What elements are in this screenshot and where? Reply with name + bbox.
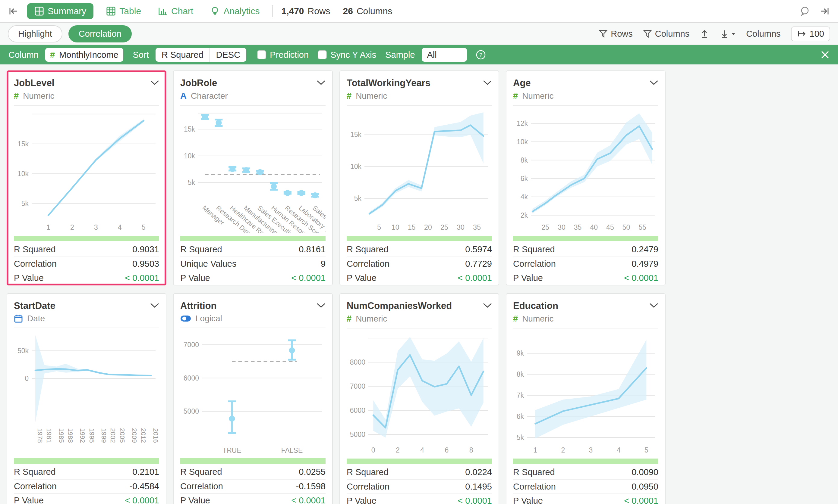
summary-toolbar: Highlight Correlation Rows Columns — [0, 23, 838, 45]
stat-row: P Value< 0.0001 — [347, 493, 492, 504]
stat-value: < 0.0001 — [624, 496, 659, 504]
card-title: Education — [513, 299, 558, 311]
stat-row: R Squared0.9031 — [14, 242, 159, 256]
stat-label: R Squared — [180, 245, 222, 254]
close-icon[interactable] — [821, 50, 830, 59]
stat-row: P Value< 0.0001 — [180, 271, 326, 285]
columns-count: 26 — [343, 6, 353, 16]
chevron-down-icon[interactable] — [649, 80, 659, 85]
svg-text:2: 2 — [396, 446, 400, 454]
card-title: Age — [513, 76, 531, 89]
sort-direction-value[interactable]: DESC — [209, 48, 246, 62]
r-squared-strip — [513, 236, 659, 241]
svg-text:7000: 7000 — [350, 382, 365, 390]
chevron-down-icon[interactable] — [150, 303, 159, 308]
svg-text:10: 10 — [392, 223, 399, 231]
stat-value: < 0.0001 — [291, 496, 326, 504]
stat-value: 0.9031 — [132, 245, 159, 254]
columns-limit-label: Columns — [746, 29, 781, 39]
svg-text:4: 4 — [420, 446, 424, 454]
stat-row: Correlation0.7729 — [347, 256, 492, 271]
stat-value: 0.9503 — [132, 259, 159, 269]
filter-rows-button[interactable]: Rows — [599, 29, 633, 39]
stats-table: R Squared0.0090Correlation0.0950P Value<… — [513, 465, 659, 504]
columns-limit-value: 100 — [810, 29, 824, 39]
stat-row: R Squared0.2101 — [14, 465, 159, 479]
highlight-button[interactable]: Highlight — [8, 25, 63, 42]
correlation-button[interactable]: Correlation — [68, 25, 132, 42]
svg-text:8: 8 — [469, 446, 473, 454]
tab-table[interactable]: Table — [102, 3, 145, 19]
tab-chart[interactable]: Chart — [154, 3, 198, 19]
comment-icon[interactable] — [800, 6, 810, 17]
correlation-chart: 9k8k7k6k5k12345 — [513, 330, 659, 456]
chevron-down-icon[interactable] — [649, 303, 659, 308]
sort-by-value[interactable]: R Squared — [156, 48, 209, 62]
divider — [272, 5, 273, 17]
correlation-control-bar: Column # MonthlyIncome Sort R Squared DE… — [0, 45, 838, 65]
svg-text:8k: 8k — [520, 156, 528, 164]
svg-text:10k: 10k — [17, 170, 29, 178]
stats-table: R Squared0.2101Correlation-0.4584P Value… — [14, 465, 159, 504]
filter-columns-button[interactable]: Columns — [643, 29, 689, 39]
svg-text:2012: 2012 — [140, 428, 147, 443]
correlation-chart: 15k10k5k12345 — [14, 107, 159, 233]
maps-to-icon — [797, 30, 806, 38]
dataset-counts: 1,470 Rows 26 Columns — [281, 6, 392, 16]
column-select[interactable]: # MonthlyIncome — [45, 48, 123, 62]
svg-text:4: 4 — [617, 446, 621, 454]
svg-text:2002: 2002 — [109, 428, 117, 443]
stat-row: R Squared0.0090 — [513, 465, 659, 479]
column-type-label: Numeric — [23, 91, 54, 101]
stat-label: P Value — [347, 273, 376, 283]
r-squared-strip — [347, 458, 492, 464]
svg-text:15k: 15k — [17, 140, 29, 148]
sync-y-axis-checkbox[interactable] — [318, 50, 327, 59]
stat-value: -0.4584 — [130, 482, 159, 491]
stat-label: R Squared — [347, 245, 389, 254]
svg-text:25: 25 — [440, 223, 448, 231]
prediction-checkbox[interactable] — [257, 50, 266, 59]
sync-y-axis-label: Sync Y Axis — [330, 50, 376, 60]
sample-select[interactable]: All — [422, 48, 467, 62]
svg-text:2009: 2009 — [131, 428, 138, 443]
svg-text:5k: 5k — [21, 200, 29, 208]
collapse-left-icon[interactable] — [8, 6, 19, 17]
help-icon[interactable]: ? — [475, 49, 486, 60]
svg-text:1: 1 — [47, 223, 50, 231]
correlation-chart: 50k0197819811985198819921995199920022005… — [14, 329, 159, 456]
upload-icon[interactable] — [700, 29, 709, 38]
svg-text:6: 6 — [445, 446, 449, 454]
sort-control[interactable]: R Squared DESC — [156, 48, 246, 62]
column-card: NumCompaniesWorked # Numeric 80007000600… — [339, 293, 499, 504]
stat-value: 0.2479 — [632, 245, 659, 254]
stats-table: R Squared0.5974Correlation0.7729P Value<… — [347, 242, 492, 285]
svg-text:FALSE: FALSE — [281, 447, 303, 454]
chevron-down-icon[interactable] — [317, 80, 326, 85]
stats-table: R Squared0.9031Correlation0.9503P Value<… — [14, 242, 159, 285]
stat-value: -0.1598 — [296, 482, 326, 491]
stat-value: < 0.0001 — [125, 273, 159, 283]
svg-text:3: 3 — [94, 223, 98, 231]
svg-text:2k: 2k — [520, 211, 528, 219]
svg-text:?: ? — [479, 52, 482, 58]
chevron-down-icon[interactable] — [483, 303, 492, 308]
svg-text:1978: 1978 — [36, 428, 44, 443]
chevron-down-icon[interactable] — [317, 303, 326, 308]
column-select-value: MonthlyIncome — [59, 50, 118, 60]
column-type-label: Numeric — [522, 91, 553, 101]
chevron-down-icon[interactable] — [150, 80, 159, 85]
r-squared-strip — [347, 236, 492, 241]
download-icon[interactable] — [720, 29, 736, 38]
stat-value: 0.0224 — [465, 467, 492, 477]
columns-limit-button[interactable]: 100 — [791, 26, 830, 41]
tab-chart-label: Chart — [171, 6, 193, 16]
chevron-down-icon[interactable] — [483, 80, 492, 85]
tab-analytics[interactable]: Analytics — [206, 3, 264, 19]
stat-value: 0.4979 — [632, 259, 659, 269]
stat-row: P Value< 0.0001 — [513, 493, 659, 504]
svg-text:45: 45 — [606, 223, 614, 231]
tab-summary[interactable]: Summary — [27, 3, 93, 19]
expand-right-icon[interactable] — [819, 6, 830, 17]
column-type-label: Numeric — [356, 314, 387, 324]
